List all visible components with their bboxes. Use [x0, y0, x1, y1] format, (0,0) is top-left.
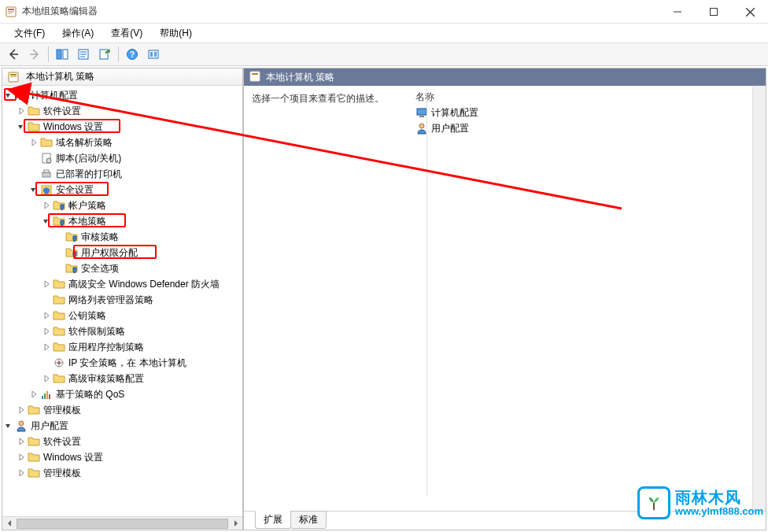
folder-icon [28, 467, 40, 479]
expand-toggle[interactable] [15, 106, 28, 116]
expand-toggle[interactable] [15, 468, 28, 478]
expand-toggle[interactable] [40, 216, 53, 226]
tree-item-admin-templates[interactable]: 管理模板 [2, 402, 242, 418]
maximize-button[interactable] [696, 0, 732, 24]
tree-item-security-settings[interactable]: 安全设置 [2, 182, 242, 198]
menu-help[interactable]: 帮助(H) [152, 25, 200, 42]
tree-item-account-policy[interactable]: 帐户策略 [2, 198, 242, 213]
expand-toggle[interactable] [40, 279, 53, 289]
menu-file[interactable]: 文件(F) [6, 25, 53, 42]
printer-icon [40, 168, 53, 180]
details-header: 本地计算机 策略 [244, 68, 766, 86]
svg-rect-40 [252, 73, 258, 75]
tree-item-network-list-mgr[interactable]: 网络列表管理器策略 [2, 292, 242, 308]
tree-root-label: 本地计算机 策略 [26, 70, 94, 83]
scroll-left-arrow[interactable] [2, 517, 16, 530]
tree-item-policy-qos[interactable]: 基于策略的 QoS [2, 386, 242, 402]
folder-icon [28, 451, 40, 464]
tree-item-dns-policy[interactable]: 域名解析策略 [2, 135, 242, 150]
minimize-button[interactable] [659, 0, 696, 24]
tree-item-user-rights[interactable]: 用户权限分配 [2, 245, 242, 260]
tree-item-ip-security[interactable]: IP 安全策略，在 本地计算机 [2, 355, 242, 371]
expand-toggle[interactable] [40, 201, 53, 210]
back-button[interactable] [3, 45, 24, 64]
tab-standard[interactable]: 标准 [290, 511, 327, 529]
tree-item-app-control[interactable]: 应用程序控制策略 [2, 339, 242, 355]
svg-rect-16 [100, 50, 108, 59]
menu-action[interactable]: 操作(A) [54, 25, 102, 42]
watermark: 雨林木风 www.ylmf888.com [637, 486, 763, 519]
tree-item-software-settings-user[interactable]: 软件设置 [2, 434, 242, 449]
expand-toggle[interactable] [40, 311, 53, 320]
filter-button[interactable] [143, 45, 164, 64]
tree-scroll[interactable]: 计算机配置 软件设置 Windows 设置 域名解析策略 脚本(启动/关机) [2, 86, 242, 516]
qos-icon [40, 388, 53, 401]
expand-toggle[interactable] [28, 185, 40, 194]
expand-toggle[interactable] [2, 421, 15, 430]
tree-item-adv-audit-config[interactable]: 高级审核策略配置 [2, 371, 242, 386]
folder-shield-icon [65, 262, 78, 275]
column-header-name[interactable]: 名称 [409, 87, 766, 105]
tree-item-admin-templates-user[interactable]: 管理模板 [2, 465, 242, 481]
expand-toggle[interactable] [15, 437, 28, 446]
folder-icon [28, 105, 40, 117]
tree-item-audit-policy[interactable]: 审核策略 [2, 229, 242, 245]
tree-item-local-policy[interactable]: 本地策略 [2, 213, 242, 229]
show-hide-tree-button[interactable] [52, 45, 72, 64]
tree-horizontal-scrollbar[interactable] [2, 516, 242, 530]
column-separator[interactable] [426, 89, 427, 497]
tree-item-defender-firewall[interactable]: 高级安全 Windows Defender 防火墙 [2, 276, 242, 292]
scroll-thumb[interactable] [17, 519, 228, 529]
export-list-button[interactable] [94, 45, 115, 64]
svg-rect-1 [8, 9, 14, 10]
list-item-user-config[interactable]: 用户配置 [409, 120, 766, 136]
svg-rect-3 [8, 13, 13, 13]
scroll-right-arrow[interactable] [229, 517, 242, 530]
tree-item-scripts[interactable]: 脚本(启动/关机) [2, 150, 242, 166]
tree-item-computer-config[interactable]: 计算机配置 [2, 87, 242, 103]
expand-toggle[interactable] [2, 91, 15, 100]
tree-item-public-key-policy[interactable]: 公钥策略 [2, 308, 242, 323]
expand-toggle[interactable] [28, 390, 40, 399]
ipsec-icon [53, 357, 65, 369]
tree-item-windows-settings-user[interactable]: Windows 设置 [2, 449, 242, 465]
toolbar-separator [118, 46, 119, 62]
tree-item-user-config[interactable]: 用户配置 [2, 418, 242, 434]
toolbar: ? [0, 42, 768, 66]
menu-bar: 文件(F) 操作(A) 查看(V) 帮助(H) [0, 24, 768, 42]
svg-rect-20 [150, 52, 153, 57]
tree-item-windows-settings[interactable]: Windows 设置 [2, 119, 242, 135]
expand-toggle[interactable] [15, 405, 28, 415]
tree-item-deployed-printers[interactable]: 已部署的打印机 [2, 166, 242, 182]
list-item-computer-config[interactable]: 计算机配置 [409, 105, 766, 120]
svg-rect-5 [711, 9, 718, 16]
expand-toggle[interactable] [40, 342, 53, 352]
tree-item-software-restrict[interactable]: 软件限制策略 [2, 323, 242, 339]
list-item-label: 计算机配置 [431, 106, 478, 120]
folder-shield-icon [53, 199, 65, 212]
watermark-logo [637, 486, 670, 519]
properties-button[interactable] [73, 45, 94, 64]
window-buttons [659, 0, 768, 23]
svg-rect-19 [149, 50, 158, 58]
expand-toggle[interactable] [40, 327, 53, 336]
tree-item-software-settings[interactable]: 软件设置 [2, 103, 242, 119]
svg-rect-23 [10, 74, 17, 76]
svg-rect-2 [8, 11, 14, 12]
window-title: 本地组策略编辑器 [22, 5, 659, 18]
menu-view[interactable]: 查看(V) [103, 25, 150, 42]
expand-toggle[interactable] [40, 374, 53, 383]
expand-toggle[interactable] [28, 138, 40, 147]
vertical-scrollbar[interactable] [752, 86, 766, 511]
tree-item-security-options[interactable]: 安全选项 [2, 260, 242, 276]
expand-toggle[interactable] [15, 122, 28, 131]
folder-icon [28, 404, 40, 416]
tab-extended[interactable]: 扩展 [255, 511, 291, 529]
tree-header[interactable]: 本地计算机 策略 [2, 68, 242, 86]
forward-button[interactable] [24, 45, 45, 64]
help-button[interactable]: ? [122, 45, 142, 64]
close-button[interactable] [732, 0, 768, 24]
details-pane: 本地计算机 策略 选择一个项目来查看它的描述。 名称 计算机配置 用户配置 扩展 [243, 68, 766, 530]
expand-toggle[interactable] [15, 453, 28, 462]
policy-icon [7, 71, 20, 83]
